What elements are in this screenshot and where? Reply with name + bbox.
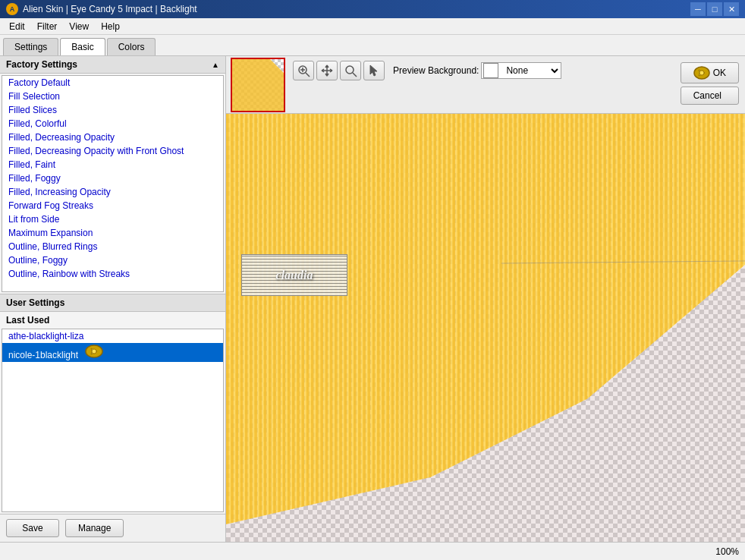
zoom-level: 100%: [715, 546, 739, 557]
cursor-icon: [85, 350, 103, 360]
user-settings-list[interactable]: athe-blacklight-liza nicole-1blacklight: [2, 329, 224, 512]
user-item-athe[interactable]: athe-blacklight-liza: [2, 329, 223, 343]
factory-settings-section: Factory Settings ▲ Factory Default Fill …: [0, 56, 225, 294]
watermark-text: claudia: [276, 269, 313, 282]
menu-view[interactable]: View: [63, 20, 95, 33]
svg-point-10: [699, 71, 704, 75]
svg-line-8: [353, 73, 357, 77]
tool-zoom[interactable]: [340, 61, 361, 80]
preview-svg: [226, 114, 745, 542]
bottom-buttons: Save Manage: [0, 514, 225, 542]
window-title: Alien Skin | Eye Candy 5 Impact | Backli…: [23, 4, 197, 14]
manage-button[interactable]: Manage: [65, 519, 124, 537]
cancel-button[interactable]: Cancel: [681, 87, 739, 105]
list-item-filled-colorful[interactable]: Filled, Colorful: [2, 117, 223, 131]
tab-basic[interactable]: Basic: [60, 38, 105, 55]
close-button[interactable]: ✕: [724, 2, 739, 16]
user-settings-label: User Settings: [6, 297, 64, 308]
menu-edit[interactable]: Edit: [3, 20, 31, 33]
svg-marker-2: [232, 59, 285, 112]
tool-zoom-in[interactable]: [293, 61, 314, 80]
cancel-label: Cancel: [693, 90, 721, 101]
list-item-maximum-expansion[interactable]: Maximum Expansion: [2, 226, 223, 240]
tool-select[interactable]: [363, 61, 385, 80]
menu-filter[interactable]: Filter: [31, 20, 64, 33]
status-bar: 100%: [0, 542, 745, 560]
app-icon: A: [6, 3, 18, 15]
list-item-filled-foggy[interactable]: Filled, Foggy: [2, 171, 223, 185]
list-item-filled-faint[interactable]: Filled, Faint: [2, 158, 223, 171]
preview-bg-label: Preview Background:: [393, 65, 479, 76]
user-item-nicole[interactable]: nicole-1blacklight: [2, 343, 223, 362]
list-item-forward-fog-streaks[interactable]: Forward Fog Streaks: [2, 199, 223, 212]
maximize-button[interactable]: □: [707, 2, 722, 16]
main-content: Factory Settings ▲ Factory Default Fill …: [0, 56, 745, 542]
tab-bar: Settings Basic Colors: [0, 35, 745, 56]
list-item-lit-from-side[interactable]: Lit from Side: [2, 212, 223, 226]
ok-button[interactable]: OK: [681, 62, 739, 83]
list-item-fill-selection[interactable]: Fill Selection: [2, 90, 223, 103]
list-item-filled-inc-opacity[interactable]: Filled, Increasing Opacity: [2, 185, 223, 199]
save-button[interactable]: Save: [6, 519, 59, 537]
tool-pan[interactable]: [316, 61, 338, 80]
title-bar-left: A Alien Skin | Eye Candy 5 Impact | Back…: [6, 3, 197, 15]
ok-cancel-area: OK Cancel: [674, 56, 745, 111]
left-panel: Factory Settings ▲ Factory Default Fill …: [0, 56, 226, 542]
watermark-overlay: claudia: [241, 254, 347, 296]
scroll-up-indicator: ▲: [212, 61, 219, 69]
svg-line-4: [306, 73, 310, 77]
minimize-button[interactable]: ─: [690, 2, 706, 16]
list-item-outline-blurred-rings[interactable]: Outline, Blurred Rings: [2, 240, 223, 253]
user-settings-section: User Settings Last Used athe-blacklight-…: [0, 294, 225, 514]
tab-colors[interactable]: Colors: [107, 38, 156, 55]
preview-canvas[interactable]: claudia: [226, 114, 745, 542]
right-toolbar: Preview Background: None White Black: [290, 56, 674, 85]
factory-settings-label: Factory Settings: [6, 59, 77, 70]
list-item-filled-dec-opacity-ghost[interactable]: Filled, Decreasing Opacity with Front Gh…: [2, 144, 223, 158]
tab-settings[interactable]: Settings: [3, 38, 58, 55]
factory-settings-header: Factory Settings ▲: [0, 56, 225, 74]
preview-bg-swatch: [483, 63, 498, 78]
list-item-outline-rainbow-streaks[interactable]: Outline, Rainbow with Streaks: [2, 267, 223, 281]
svg-point-1: [92, 349, 96, 354]
list-item-outline-foggy[interactable]: Outline, Foggy: [2, 253, 223, 267]
list-item-factory-default[interactable]: Factory Default: [2, 76, 223, 90]
ok-label: OK: [713, 68, 726, 78]
right-panel: Preview Background: None White Black: [226, 56, 745, 542]
preview-thumbnail: [231, 58, 285, 112]
preview-bg-select[interactable]: None White Black: [500, 63, 561, 78]
menu-help[interactable]: Help: [95, 20, 126, 33]
list-item-filled-slices[interactable]: Filled Slices: [2, 103, 223, 117]
list-item-filled-dec-opacity[interactable]: Filled, Decreasing Opacity: [2, 131, 223, 144]
title-bar: A Alien Skin | Eye Candy 5 Impact | Back…: [0, 0, 745, 18]
last-used-label: Last Used: [0, 312, 225, 327]
factory-settings-list[interactable]: Factory Default Fill Selection Filled Sl…: [2, 75, 224, 292]
menu-bar: Edit Filter View Help: [0, 18, 745, 35]
title-bar-controls: ─ □ ✕: [690, 2, 739, 16]
svg-point-7: [346, 66, 354, 74]
user-settings-header: User Settings: [0, 294, 225, 312]
